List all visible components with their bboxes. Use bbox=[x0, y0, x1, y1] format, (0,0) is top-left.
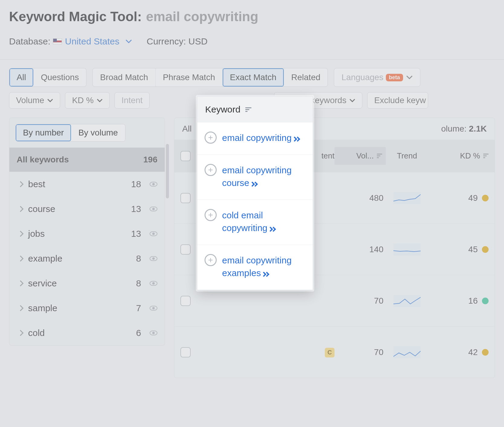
row-volume: 70 bbox=[334, 347, 386, 357]
add-keyword-icon[interactable]: + bbox=[205, 164, 217, 176]
filter-kd-label: KD % bbox=[72, 96, 94, 105]
sidebar-item-label: service bbox=[28, 278, 131, 288]
col-kd[interactable]: KD % bbox=[428, 151, 489, 161]
tab-phrase-match[interactable]: Phrase Match bbox=[156, 68, 223, 86]
row-checkbox[interactable] bbox=[180, 296, 191, 306]
keyword-link[interactable]: email copywriting examples bbox=[222, 255, 292, 278]
meta-row: Database: United States Currency: USD bbox=[9, 36, 495, 47]
sidebar-all-keywords-label: All keywords bbox=[17, 155, 69, 165]
languages-selector[interactable]: Languages beta bbox=[334, 68, 420, 87]
tab-related[interactable]: Related bbox=[284, 68, 328, 86]
keyword-item[interactable]: +email copywriting bbox=[197, 122, 313, 155]
tab-broad-match[interactable]: Broad Match bbox=[93, 68, 156, 86]
database-label: Database: bbox=[9, 36, 50, 46]
keyword-item[interactable]: +email copywriting course bbox=[197, 155, 313, 200]
match-tabs: Broad Match Phrase Match Exact Match Rel… bbox=[92, 68, 328, 87]
mode-by-number[interactable]: By number bbox=[16, 124, 71, 141]
sidebar-item-course[interactable]: course13 bbox=[9, 197, 165, 221]
chevron-down-icon bbox=[97, 99, 103, 102]
currency-value: USD bbox=[189, 36, 208, 46]
filter-kd[interactable]: KD % bbox=[65, 92, 110, 109]
sidebar-item-count: 8 bbox=[136, 253, 141, 264]
row-checkbox[interactable] bbox=[180, 193, 191, 203]
filter-intent-label: Intent bbox=[121, 96, 143, 105]
col-trend[interactable]: Trend bbox=[386, 151, 428, 161]
keyword-item[interactable]: +email copywriting examples bbox=[197, 245, 313, 290]
sidebar-all-keywords[interactable]: All keywords 196 bbox=[9, 148, 165, 172]
double-chevron-icon bbox=[250, 182, 257, 186]
double-chevron-icon bbox=[269, 227, 275, 231]
tab-questions[interactable]: Questions bbox=[34, 68, 86, 86]
chevron-right-icon bbox=[18, 256, 24, 262]
double-chevron-icon bbox=[293, 137, 299, 141]
chevron-right-icon bbox=[18, 305, 24, 311]
add-keyword-icon[interactable]: + bbox=[205, 254, 217, 266]
keyword-column-header[interactable]: Keyword bbox=[197, 96, 313, 122]
col-trend-label: Trend bbox=[397, 151, 417, 161]
summary-total-volume: olume: 2.1K bbox=[441, 124, 487, 134]
filter-volume-label: Volume bbox=[16, 96, 44, 105]
sidebar-item-count: 8 bbox=[136, 278, 141, 288]
sidebar-item-count: 13 bbox=[131, 204, 141, 214]
select-all-checkbox[interactable] bbox=[180, 151, 191, 161]
eye-icon[interactable] bbox=[150, 256, 157, 261]
chevron-down-icon bbox=[47, 99, 53, 102]
col-kd-label: KD % bbox=[460, 151, 480, 161]
scrollbar[interactable] bbox=[166, 144, 169, 198]
trend-chart bbox=[393, 243, 421, 256]
database-selector[interactable]: United States bbox=[53, 36, 132, 47]
kd-difficulty-dot bbox=[482, 349, 489, 356]
col-volume[interactable]: Vol... bbox=[334, 147, 386, 165]
row-volume: 70 bbox=[334, 296, 386, 306]
table-row: C7042 bbox=[174, 326, 495, 378]
eye-icon[interactable] bbox=[150, 281, 157, 286]
kd-difficulty-dot bbox=[482, 246, 489, 253]
row-checkbox[interactable] bbox=[180, 347, 191, 357]
keyword-link[interactable]: cold email copywriting bbox=[222, 210, 267, 233]
keyword-item[interactable]: +cold email copywriting bbox=[197, 200, 313, 245]
trend-chart bbox=[393, 346, 421, 358]
row-kd-value: 45 bbox=[468, 245, 478, 254]
eye-icon[interactable] bbox=[150, 331, 157, 335]
sort-icon bbox=[483, 154, 489, 158]
sidebar-item-service[interactable]: service8 bbox=[9, 271, 165, 296]
sidebar-item-jobs[interactable]: jobs13 bbox=[9, 221, 165, 246]
filter-volume[interactable]: Volume bbox=[9, 92, 60, 109]
sidebar-item-label: sample bbox=[28, 303, 131, 313]
sidebar-item-count: 7 bbox=[136, 303, 141, 313]
divider bbox=[0, 59, 504, 60]
sidebar-item-example[interactable]: example8 bbox=[9, 246, 165, 271]
add-keyword-icon[interactable]: + bbox=[205, 209, 217, 221]
row-volume: 140 bbox=[334, 245, 386, 254]
flag-us-icon bbox=[53, 38, 62, 44]
col-volume-label: Vol... bbox=[356, 151, 374, 161]
sidebar-item-sample[interactable]: sample7 bbox=[9, 296, 165, 321]
row-checkbox[interactable] bbox=[180, 244, 191, 255]
chevron-down-icon bbox=[406, 75, 413, 80]
trend-chart bbox=[393, 295, 421, 307]
sidebar-item-label: jobs bbox=[28, 229, 126, 239]
tab-all[interactable]: All bbox=[9, 68, 34, 86]
sidebar-item-cold[interactable]: cold6 bbox=[9, 321, 165, 345]
tab-exact-match[interactable]: Exact Match bbox=[223, 68, 284, 86]
database-block: Database: United States bbox=[9, 36, 132, 47]
add-keyword-icon[interactable]: + bbox=[205, 132, 217, 144]
sidebar-item-count: 13 bbox=[131, 229, 141, 239]
chevron-right-icon bbox=[18, 206, 24, 212]
sort-desc-icon bbox=[377, 154, 382, 158]
chevron-right-icon bbox=[18, 231, 24, 237]
mode-by-volume[interactable]: By volume bbox=[71, 124, 125, 141]
row-kd-value: 42 bbox=[468, 347, 478, 357]
keyword-link[interactable]: email copywriting bbox=[222, 133, 292, 143]
summary-volume-value: 2.1K bbox=[469, 124, 487, 133]
filter-exclude-keywords[interactable]: Exclude keyw bbox=[367, 92, 428, 109]
eye-icon[interactable] bbox=[150, 182, 157, 187]
eye-icon[interactable] bbox=[150, 207, 157, 211]
eye-icon[interactable] bbox=[150, 306, 157, 311]
eye-icon[interactable] bbox=[150, 231, 157, 236]
filter-exclude-label: Exclude keyw bbox=[374, 96, 426, 105]
sidebar-item-best[interactable]: best18 bbox=[9, 172, 165, 197]
filter-intent[interactable]: Intent bbox=[115, 92, 150, 109]
keyword-column: Keyword +email copywriting +email copywr… bbox=[197, 96, 313, 290]
languages-button[interactable]: Languages beta bbox=[334, 68, 420, 86]
